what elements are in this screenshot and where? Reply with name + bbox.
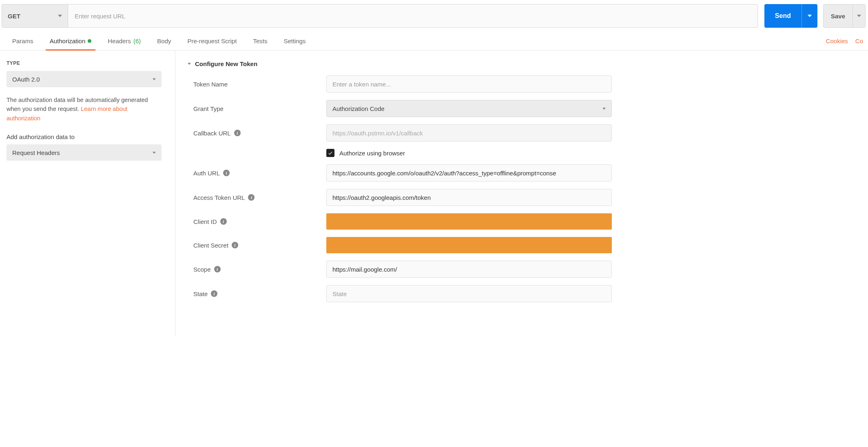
- info-icon[interactable]: i: [234, 130, 241, 136]
- scope-label: Scope: [193, 266, 211, 273]
- client-id-redacted: [326, 213, 612, 230]
- row-callback-url: Callback URL i: [188, 124, 861, 142]
- token-name-label: Token Name: [193, 81, 228, 88]
- tab-settings[interactable]: Settings: [275, 32, 314, 50]
- add-auth-data-select[interactable]: Request Headers: [7, 144, 162, 161]
- auth-description: The authorization data will be automatic…: [7, 95, 162, 123]
- auth-sidebar: TYPE OAuth 2.0 The authorization data wi…: [0, 51, 175, 336]
- request-tabs: Params Authorization Headers (6) Body Pr…: [0, 32, 868, 51]
- add-auth-data-value: Request Headers: [12, 149, 60, 156]
- auth-type-title: TYPE: [7, 60, 168, 66]
- info-icon[interactable]: i: [223, 170, 230, 176]
- token-name-input[interactable]: [326, 75, 612, 93]
- tab-prerequest-script[interactable]: Pre-request Script: [179, 32, 245, 50]
- client-secret-redacted: [326, 237, 612, 253]
- info-icon[interactable]: i: [211, 290, 217, 297]
- check-icon: [328, 150, 333, 156]
- access-token-url-label: Access Token URL: [193, 194, 245, 201]
- scope-value: https://mail.google.com/: [331, 264, 399, 274]
- tab-tests[interactable]: Tests: [245, 32, 275, 50]
- request-url-input[interactable]: [68, 4, 758, 28]
- callback-url-label: Callback URL: [193, 130, 231, 137]
- row-auth-url: Auth URL i: [188, 164, 861, 181]
- save-button[interactable]: Save: [823, 4, 866, 28]
- save-button-label: Save: [824, 13, 852, 20]
- info-icon[interactable]: i: [220, 218, 227, 225]
- http-method-select[interactable]: GET: [2, 4, 68, 28]
- info-icon[interactable]: i: [248, 194, 255, 201]
- state-label: State: [193, 290, 208, 297]
- row-authorize-browser: Authorize using browser: [188, 149, 861, 157]
- add-auth-data-label: Add authorization data to: [7, 133, 168, 140]
- client-id-label: Client ID: [193, 218, 217, 225]
- info-icon[interactable]: i: [214, 266, 221, 272]
- auth-type-select[interactable]: OAuth 2.0: [7, 71, 162, 87]
- status-dot-icon: [88, 39, 91, 43]
- chevron-down-icon: [808, 15, 812, 17]
- save-dropdown-toggle[interactable]: [852, 4, 865, 27]
- chevron-down-icon: [188, 63, 191, 65]
- callback-url-input: [326, 124, 612, 142]
- info-icon[interactable]: i: [232, 242, 238, 248]
- chevron-down-icon: [602, 108, 606, 110]
- state-input[interactable]: [326, 285, 612, 302]
- configure-token-section-header[interactable]: Configure New Token: [188, 60, 861, 67]
- send-button[interactable]: Send: [764, 4, 817, 28]
- chevron-down-icon: [153, 78, 156, 80]
- tab-headers[interactable]: Headers (6): [100, 32, 149, 50]
- row-client-id: Client ID i: [188, 213, 861, 230]
- send-button-label: Send: [764, 12, 802, 20]
- row-client-secret: Client Secret i: [188, 237, 861, 253]
- row-access-token-url: Access Token URL i: [188, 189, 861, 206]
- tab-params[interactable]: Params: [4, 32, 42, 50]
- access-token-url-input[interactable]: [326, 189, 612, 206]
- tab-body[interactable]: Body: [149, 32, 179, 50]
- request-bar: GET Send Save: [0, 0, 868, 32]
- cookies-link[interactable]: Cookies: [826, 38, 848, 44]
- auth-type-value: OAuth 2.0: [12, 76, 40, 83]
- row-token-name: Token Name: [188, 75, 861, 93]
- tabs-right-links: Cookies Co: [826, 38, 864, 44]
- auth-url-input[interactable]: [326, 164, 612, 181]
- chevron-down-icon: [58, 15, 62, 17]
- authorize-browser-checkbox[interactable]: [326, 149, 334, 157]
- scope-input[interactable]: https://mail.google.com/: [326, 261, 612, 278]
- row-scope: Scope i https://mail.google.com/: [188, 261, 861, 278]
- http-method-label: GET: [8, 13, 20, 20]
- grant-type-label: Grant Type: [193, 105, 224, 112]
- chevron-down-icon: [153, 152, 156, 154]
- auth-url-label: Auth URL: [193, 170, 220, 177]
- tab-authorization[interactable]: Authorization: [42, 32, 100, 50]
- send-dropdown-toggle[interactable]: [802, 4, 817, 28]
- oauth-config-form: Configure New Token Token Name Grant Typ…: [175, 51, 868, 336]
- code-link[interactable]: Co: [855, 38, 863, 44]
- row-grant-type: Grant Type Authorization Code: [188, 100, 861, 117]
- chevron-down-icon: [857, 15, 861, 17]
- grant-type-select[interactable]: Authorization Code: [326, 100, 612, 117]
- client-secret-label: Client Secret: [193, 242, 228, 249]
- row-state: State i: [188, 285, 861, 302]
- authorization-panel: TYPE OAuth 2.0 The authorization data wi…: [0, 51, 868, 336]
- authorize-browser-label: Authorize using browser: [339, 150, 405, 157]
